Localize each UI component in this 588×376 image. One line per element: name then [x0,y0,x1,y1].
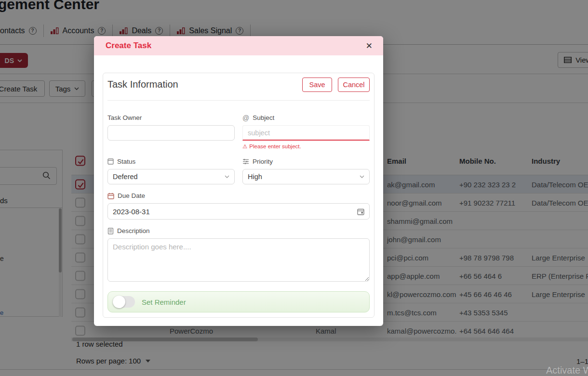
subject-field: @ Subject ⚠ Please enter subject. [242,113,370,150]
subject-input[interactable] [242,125,370,141]
screen: gement Center ontacts? Accounts? Deals? … [0,0,588,376]
status-field: Status Defered [107,157,235,184]
create-task-modal: Create Task ✕ Task Information Save Canc… [94,36,383,326]
description-field: Description [107,226,370,284]
status-icon [107,158,114,165]
cancel-button[interactable]: Cancel [338,78,370,92]
chevron-down-icon [360,174,364,179]
calendar-icon [107,193,114,199]
set-reminder-toggle[interactable] [113,296,135,308]
modal-header: Create Task ✕ [94,36,383,55]
close-icon[interactable]: ✕ [366,42,373,50]
priority-field: Priority High [242,157,370,184]
due-date-value: 2023-08-31 [113,207,150,216]
status-select[interactable]: Defered [107,169,235,184]
subject-error: ⚠ Please enter subject. [242,143,370,150]
priority-select[interactable]: High [242,169,370,184]
description-label: Description [117,227,150,234]
document-icon [107,228,114,234]
task-owner-input[interactable] [107,125,235,141]
due-date-label: Due Date [118,192,145,199]
warning-icon: ⚠ [242,143,247,150]
set-reminder-label: Set Reminder [142,298,186,306]
priority-icon [242,158,249,165]
status-value: Defered [113,173,138,181]
task-owner-field: Task Owner [107,113,235,150]
due-date-field: Due Date 2023-08-31 [107,191,370,220]
status-label: Status [117,158,135,165]
set-reminder-row: Set Reminder [107,291,370,312]
modal-title: Create Task [106,41,151,51]
chevron-down-icon [225,174,229,179]
toggle-knob [113,296,125,308]
section-divider [107,100,370,101]
at-icon: @ [242,114,249,122]
subject-label: Subject [253,114,274,121]
priority-label: Priority [253,158,273,165]
activate-windows-watermark: Activate W [546,365,588,376]
task-information-card: Task Information Save Cancel Task Owner … [103,73,374,318]
due-date-input[interactable]: 2023-08-31 [107,203,370,220]
description-textarea[interactable] [107,238,370,282]
subject-error-text: Please enter subject. [249,143,301,149]
task-owner-label: Task Owner [107,114,142,121]
date-picker-icon[interactable] [357,208,364,215]
save-button[interactable]: Save [302,78,332,92]
priority-value: High [248,173,262,181]
